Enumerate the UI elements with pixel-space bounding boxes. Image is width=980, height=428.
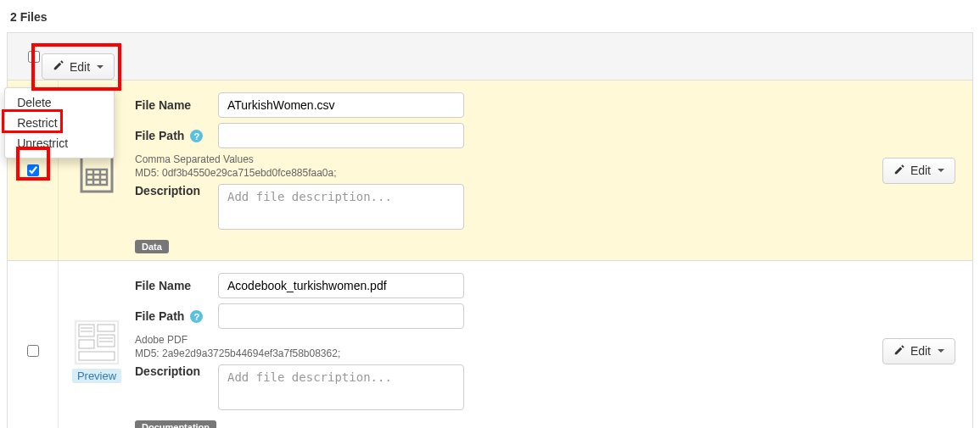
description-label: Description xyxy=(135,364,211,378)
file-tag: Data xyxy=(135,240,169,253)
file-name-input[interactable] xyxy=(218,273,464,298)
header-row: Edit Delete Restrict Unrestrict xyxy=(8,33,972,81)
menu-item-restrict[interactable]: Restrict xyxy=(5,113,114,133)
file-select-checkbox[interactable] xyxy=(27,345,39,357)
bulk-edit-button[interactable]: Edit xyxy=(42,53,115,80)
pencil-icon xyxy=(893,344,905,359)
file-path-input[interactable] xyxy=(218,123,464,148)
help-icon[interactable]: ? xyxy=(190,310,203,323)
pencil-icon xyxy=(893,164,905,178)
file-path-label-text: File Path xyxy=(135,129,184,142)
menu-item-unrestrict[interactable]: Unrestrict xyxy=(5,133,114,153)
menu-item-delete[interactable]: Delete xyxy=(5,92,114,113)
description-label: Description xyxy=(135,184,211,197)
file-md5: MD5: 2a9e2d9a3725b44694ef3a7f58b08362; xyxy=(135,347,862,359)
help-icon[interactable]: ? xyxy=(190,130,203,142)
caret-down-icon xyxy=(938,349,944,353)
files-panel: Edit Delete Restrict Unrestrict xyxy=(7,32,973,428)
file-edit-button[interactable]: Edit xyxy=(882,338,955,364)
caret-down-icon xyxy=(97,65,104,69)
bulk-edit-label: Edit xyxy=(70,60,90,74)
caret-down-icon xyxy=(938,169,944,172)
file-name-label: File Name xyxy=(135,98,211,112)
description-input[interactable] xyxy=(218,184,464,230)
page-title: 2 Files xyxy=(10,10,973,24)
bulk-edit-menu: Delete Restrict Unrestrict xyxy=(4,87,115,158)
file-path-label-text: File Path xyxy=(135,309,184,323)
menu-item-restrict-label: Restrict xyxy=(17,116,57,130)
file-name-label: File Name xyxy=(135,279,211,292)
file-path-label: File Path ? xyxy=(135,309,211,324)
file-row: Preview File Name File Path ? Adobe PDF … xyxy=(8,261,972,428)
file-path-label: File Path ? xyxy=(135,129,211,143)
svg-rect-0 xyxy=(87,170,107,185)
file-name-input[interactable] xyxy=(218,92,464,118)
file-path-input[interactable] xyxy=(218,303,464,329)
preview-link[interactable]: Preview xyxy=(72,369,121,383)
file-edit-label: Edit xyxy=(910,164,931,177)
select-all-checkbox[interactable] xyxy=(28,51,40,63)
file-edit-button[interactable]: Edit xyxy=(882,158,955,184)
description-input[interactable] xyxy=(218,364,464,410)
file-md5: MD5: 0df3b4550e29ca715ebd0fce885faa0a; xyxy=(135,167,862,179)
file-row: File Name File Path ? Comma Separated Va… xyxy=(8,81,972,261)
file-tag: Documentation xyxy=(135,420,216,428)
file-format: Comma Separated Values xyxy=(135,153,862,165)
file-select-checkbox[interactable] xyxy=(27,164,39,176)
pencil-icon xyxy=(53,59,64,74)
file-edit-label: Edit xyxy=(910,344,931,358)
file-format: Adobe PDF xyxy=(135,334,862,346)
pdf-thumbnail xyxy=(74,320,120,365)
